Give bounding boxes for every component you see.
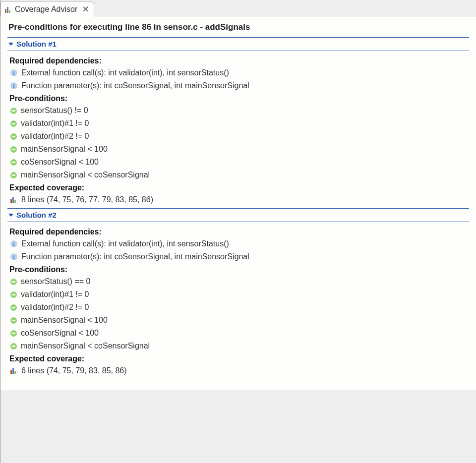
precondition-row: mainSensorSignal < 100 <box>9 143 469 156</box>
precondition-text: mainSensorSignal < 100 <box>21 145 108 154</box>
ok-icon <box>10 146 17 153</box>
precondition-text: validator(int)#1 != 0 <box>21 119 89 128</box>
precondition-row: validator(int)#2 != 0 <box>9 130 469 143</box>
solution-header[interactable]: Solution #1 <box>7 37 469 51</box>
solution-body: Required dependencies:iExternal function… <box>7 222 469 378</box>
coverage-text: 6 lines (74, 75, 79, 83, 85, 86) <box>21 366 127 375</box>
expected-coverage-label: Expected coverage: <box>9 181 469 193</box>
precondition-row: coSensorSignal < 100 <box>9 327 469 340</box>
precondition-text: mainSensorSignal < coSensorSignal <box>21 342 150 350</box>
chart-icon <box>5 6 12 13</box>
ok-icon <box>10 120 17 127</box>
precondition-text: validator(int)#2 != 0 <box>21 303 89 312</box>
precondition-row: sensorStatus() != 0 <box>9 104 469 117</box>
precondition-row: mainSensorSignal < coSensorSignal <box>9 340 469 352</box>
chevron-down-icon <box>8 214 13 217</box>
info-icon: i <box>10 69 17 76</box>
dependency-row: iExternal function call(s): int validato… <box>9 237 469 250</box>
required-dependencies-label: Required dependencies: <box>9 55 469 66</box>
dependency-text: External function call(s): int validator… <box>21 68 229 77</box>
solution-title: Solution #2 <box>16 211 57 219</box>
ok-icon <box>10 108 17 114</box>
precondition-text: mainSensorSignal < 100 <box>21 316 108 325</box>
precondition-text: validator(int)#1 != 0 <box>21 290 89 299</box>
ok-icon <box>10 317 17 324</box>
precondition-text: mainSensorSignal < coSensorSignal <box>21 171 150 179</box>
tab-strip: Coverage Advisor ✕ <box>0 0 476 16</box>
precondition-text: sensorStatus() == 0 <box>21 277 91 286</box>
required-dependencies-label: Required dependencies: <box>9 226 469 237</box>
ok-icon <box>10 159 17 166</box>
coverage-row: 8 lines (74, 75, 76, 77, 79, 83, 85, 86) <box>9 193 469 206</box>
precondition-row: mainSensorSignal < 100 <box>9 314 469 327</box>
ok-icon <box>10 291 17 298</box>
close-icon[interactable]: ✕ <box>82 4 89 14</box>
dependency-row: iExternal function call(s): int validato… <box>9 66 469 79</box>
precondition-text: coSensorSignal < 100 <box>21 158 99 167</box>
ok-icon <box>10 279 17 285</box>
ok-icon <box>10 330 17 337</box>
coverage-row: 6 lines (74, 75, 79, 83, 85, 86) <box>9 364 469 377</box>
precondition-text: sensorStatus() != 0 <box>21 106 88 115</box>
info-icon: i <box>10 253 17 260</box>
precondition-row: mainSensorSignal < coSensorSignal <box>9 169 469 181</box>
preconditions-label: Pre-conditions: <box>9 92 469 104</box>
content-area: Pre-conditions for executing line 86 in … <box>0 16 476 390</box>
info-icon: i <box>10 82 17 89</box>
dependency-text: Function parameter(s): int coSensorSigna… <box>21 252 249 261</box>
info-icon: i <box>10 240 17 247</box>
dependency-row: iFunction parameter(s): int coSensorSign… <box>9 250 469 263</box>
dependency-text: External function call(s): int validator… <box>21 239 229 248</box>
precondition-row: validator(int)#1 != 0 <box>9 288 469 301</box>
tab-title: Coverage Advisor <box>15 5 77 14</box>
precondition-text: validator(int)#2 != 0 <box>21 132 89 141</box>
dependency-row: iFunction parameter(s): int coSensorSign… <box>9 79 469 92</box>
precondition-row: validator(int)#2 != 0 <box>9 301 469 314</box>
ok-icon <box>10 133 17 140</box>
chart-icon <box>10 196 17 203</box>
precondition-row: sensorStatus() == 0 <box>9 275 469 288</box>
solution-body: Required dependencies:iExternal function… <box>7 51 469 207</box>
preconditions-label: Pre-conditions: <box>9 263 469 275</box>
coverage-text: 8 lines (74, 75, 76, 77, 79, 83, 85, 86) <box>21 195 153 204</box>
ok-icon <box>10 304 17 311</box>
chart-icon <box>10 367 17 374</box>
chevron-down-icon <box>8 43 13 46</box>
expected-coverage-label: Expected coverage: <box>9 352 469 364</box>
precondition-row: coSensorSignal < 100 <box>9 156 469 169</box>
solution-header[interactable]: Solution #2 <box>7 208 469 222</box>
ok-icon <box>10 343 17 349</box>
precondition-row: validator(int)#1 != 0 <box>9 117 469 130</box>
solution-title: Solution #1 <box>16 40 57 48</box>
page-title: Pre-conditions for executing line 86 in … <box>7 21 469 36</box>
precondition-text: coSensorSignal < 100 <box>21 329 99 338</box>
ok-icon <box>10 172 17 178</box>
dependency-text: Function parameter(s): int coSensorSigna… <box>21 81 249 90</box>
coverage-advisor-pane: Coverage Advisor ✕ Pre-conditions for ex… <box>0 0 476 463</box>
tab-coverage-advisor[interactable]: Coverage Advisor ✕ <box>0 1 94 16</box>
